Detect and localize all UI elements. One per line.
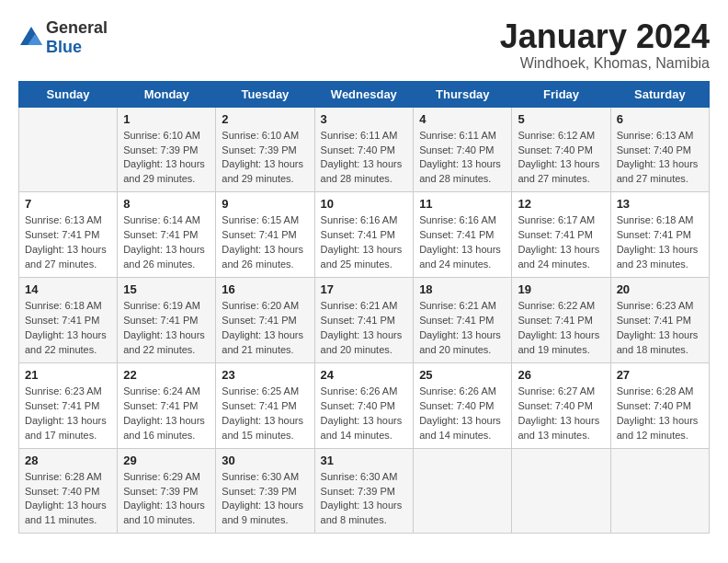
calendar-week-4: 21Sunrise: 6:23 AMSunset: 7:41 PMDayligh… (19, 362, 710, 448)
day-number: 11 (419, 197, 506, 211)
day-number: 16 (222, 282, 308, 296)
day-info: Sunrise: 6:26 AMSunset: 7:40 PMDaylight:… (419, 385, 506, 443)
day-info: Sunrise: 6:14 AMSunset: 7:41 PMDaylight:… (123, 213, 210, 272)
calendar-cell: 1Sunrise: 6:10 AMSunset: 7:39 PMDaylight… (118, 107, 216, 192)
day-number: 4 (419, 112, 506, 126)
day-info: Sunrise: 6:27 AMSunset: 7:40 PMDaylight:… (518, 385, 604, 443)
day-header-sunday: Sunday (19, 81, 118, 107)
logo-text-general: General (46, 18, 108, 37)
day-number: 13 (617, 197, 703, 211)
day-info: Sunrise: 6:18 AMSunset: 7:41 PMDaylight:… (617, 213, 703, 272)
day-info: Sunrise: 6:11 AMSunset: 7:40 PMDaylight:… (321, 129, 408, 188)
calendar-cell: 31Sunrise: 6:30 AMSunset: 7:39 PMDayligh… (314, 448, 414, 534)
day-info: Sunrise: 6:29 AMSunset: 7:39 PMDaylight:… (123, 470, 210, 529)
calendar-cell: 21Sunrise: 6:23 AMSunset: 7:41 PMDayligh… (19, 362, 118, 448)
day-number: 21 (25, 368, 111, 382)
day-number: 27 (617, 368, 703, 382)
day-info: Sunrise: 6:13 AMSunset: 7:41 PMDaylight:… (25, 213, 111, 272)
calendar-cell: 10Sunrise: 6:16 AMSunset: 7:41 PMDayligh… (314, 192, 414, 278)
calendar-cell: 5Sunrise: 6:12 AMSunset: 7:40 PMDaylight… (512, 107, 610, 192)
calendar-cell: 22Sunrise: 6:24 AMSunset: 7:41 PMDayligh… (118, 362, 216, 448)
calendar-cell: 7Sunrise: 6:13 AMSunset: 7:41 PMDaylight… (19, 192, 118, 278)
calendar-cell: 4Sunrise: 6:11 AMSunset: 7:40 PMDaylight… (414, 107, 512, 192)
calendar-cell: 23Sunrise: 6:25 AMSunset: 7:41 PMDayligh… (216, 362, 314, 448)
day-number: 12 (518, 197, 604, 211)
day-number: 17 (321, 282, 408, 296)
day-info: Sunrise: 6:28 AMSunset: 7:40 PMDaylight:… (617, 385, 703, 443)
calendar-cell: 20Sunrise: 6:23 AMSunset: 7:41 PMDayligh… (610, 278, 709, 363)
day-number: 1 (123, 112, 210, 126)
calendar-week-3: 14Sunrise: 6:18 AMSunset: 7:41 PMDayligh… (19, 278, 710, 363)
calendar-cell: 9Sunrise: 6:15 AMSunset: 7:41 PMDaylight… (216, 192, 314, 278)
day-info: Sunrise: 6:21 AMSunset: 7:41 PMDaylight:… (321, 299, 408, 358)
calendar: SundayMondayTuesdayWednesdayThursdayFrid… (18, 81, 710, 534)
calendar-header: SundayMondayTuesdayWednesdayThursdayFrid… (19, 81, 710, 107)
day-info: Sunrise: 6:10 AMSunset: 7:39 PMDaylight:… (123, 129, 210, 188)
calendar-cell (610, 448, 709, 534)
day-info: Sunrise: 6:30 AMSunset: 7:39 PMDaylight:… (222, 470, 308, 529)
calendar-cell: 11Sunrise: 6:16 AMSunset: 7:41 PMDayligh… (414, 192, 512, 278)
day-info: Sunrise: 6:16 AMSunset: 7:41 PMDaylight:… (321, 213, 408, 272)
day-number: 29 (123, 454, 210, 467)
day-number: 26 (518, 368, 604, 382)
day-info: Sunrise: 6:26 AMSunset: 7:40 PMDaylight:… (321, 385, 408, 443)
day-info: Sunrise: 6:11 AMSunset: 7:40 PMDaylight:… (419, 129, 506, 188)
logo: General Blue (18, 18, 108, 57)
calendar-cell: 2Sunrise: 6:10 AMSunset: 7:39 PMDaylight… (216, 107, 314, 192)
day-number: 6 (617, 112, 703, 126)
day-number: 3 (321, 112, 408, 126)
day-info: Sunrise: 6:25 AMSunset: 7:41 PMDaylight:… (222, 385, 308, 443)
day-header-tuesday: Tuesday (216, 81, 314, 107)
calendar-cell: 28Sunrise: 6:28 AMSunset: 7:40 PMDayligh… (19, 448, 118, 534)
day-info: Sunrise: 6:19 AMSunset: 7:41 PMDaylight:… (123, 299, 210, 358)
calendar-cell: 30Sunrise: 6:30 AMSunset: 7:39 PMDayligh… (216, 448, 314, 534)
day-info: Sunrise: 6:21 AMSunset: 7:41 PMDaylight:… (419, 299, 506, 358)
day-number: 25 (419, 368, 506, 382)
calendar-week-2: 7Sunrise: 6:13 AMSunset: 7:41 PMDaylight… (19, 192, 710, 278)
day-info: Sunrise: 6:30 AMSunset: 7:39 PMDaylight:… (321, 470, 408, 529)
day-header-thursday: Thursday (414, 81, 512, 107)
day-info: Sunrise: 6:16 AMSunset: 7:41 PMDaylight:… (419, 213, 506, 272)
day-number: 10 (321, 197, 408, 211)
day-header-wednesday: Wednesday (314, 81, 414, 107)
day-info: Sunrise: 6:22 AMSunset: 7:41 PMDaylight:… (518, 299, 604, 358)
day-header-friday: Friday (512, 81, 610, 107)
day-number: 15 (123, 282, 210, 296)
calendar-cell: 15Sunrise: 6:19 AMSunset: 7:41 PMDayligh… (118, 278, 216, 363)
calendar-cell: 26Sunrise: 6:27 AMSunset: 7:40 PMDayligh… (512, 362, 610, 448)
day-info: Sunrise: 6:10 AMSunset: 7:39 PMDaylight:… (222, 129, 308, 188)
calendar-header-row: SundayMondayTuesdayWednesdayThursdayFrid… (19, 81, 710, 107)
day-number: 5 (518, 112, 604, 126)
day-number: 7 (25, 197, 111, 211)
calendar-cell: 14Sunrise: 6:18 AMSunset: 7:41 PMDayligh… (19, 278, 118, 363)
calendar-cell: 17Sunrise: 6:21 AMSunset: 7:41 PMDayligh… (314, 278, 414, 363)
main-title: January 2024 (500, 18, 710, 55)
day-number: 24 (321, 368, 408, 382)
day-info: Sunrise: 6:13 AMSunset: 7:40 PMDaylight:… (617, 129, 703, 188)
title-area: January 2024 Windhoek, Khomas, Namibia (500, 18, 710, 72)
calendar-cell: 6Sunrise: 6:13 AMSunset: 7:40 PMDaylight… (610, 107, 709, 192)
calendar-week-1: 1Sunrise: 6:10 AMSunset: 7:39 PMDaylight… (19, 107, 710, 192)
day-info: Sunrise: 6:23 AMSunset: 7:41 PMDaylight:… (25, 385, 111, 443)
day-number: 19 (518, 282, 604, 296)
calendar-cell (19, 107, 118, 192)
calendar-cell: 3Sunrise: 6:11 AMSunset: 7:40 PMDaylight… (314, 107, 414, 192)
calendar-body: 1Sunrise: 6:10 AMSunset: 7:39 PMDaylight… (19, 107, 710, 534)
day-info: Sunrise: 6:15 AMSunset: 7:41 PMDaylight:… (222, 213, 308, 272)
calendar-cell: 12Sunrise: 6:17 AMSunset: 7:41 PMDayligh… (512, 192, 610, 278)
calendar-cell: 18Sunrise: 6:21 AMSunset: 7:41 PMDayligh… (414, 278, 512, 363)
calendar-cell: 19Sunrise: 6:22 AMSunset: 7:41 PMDayligh… (512, 278, 610, 363)
day-info: Sunrise: 6:20 AMSunset: 7:41 PMDaylight:… (222, 299, 308, 358)
day-header-saturday: Saturday (610, 81, 709, 107)
calendar-cell (512, 448, 610, 534)
day-number: 30 (222, 454, 308, 467)
calendar-cell: 16Sunrise: 6:20 AMSunset: 7:41 PMDayligh… (216, 278, 314, 363)
calendar-cell (414, 448, 512, 534)
header: General Blue January 2024 Windhoek, Khom… (18, 18, 710, 72)
day-info: Sunrise: 6:24 AMSunset: 7:41 PMDaylight:… (123, 385, 210, 443)
day-info: Sunrise: 6:28 AMSunset: 7:40 PMDaylight:… (25, 470, 111, 529)
day-number: 22 (123, 368, 210, 382)
day-number: 20 (617, 282, 703, 296)
day-info: Sunrise: 6:17 AMSunset: 7:41 PMDaylight:… (518, 213, 604, 272)
day-number: 18 (419, 282, 506, 296)
